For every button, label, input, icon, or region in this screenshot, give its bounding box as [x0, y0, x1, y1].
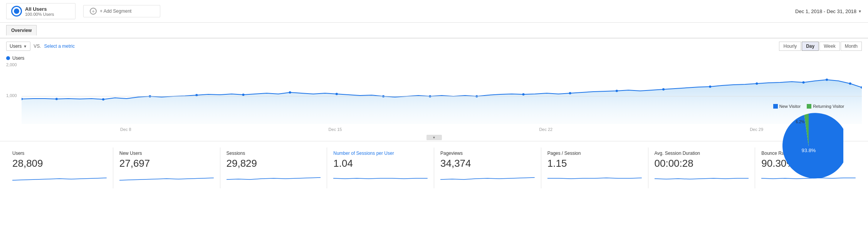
chart-wrapper: 2,000 1,000 — [6, 62, 862, 132]
chart-point — [826, 79, 828, 81]
chart-point — [195, 94, 198, 96]
chart-point — [849, 82, 851, 85]
pie-section: New Visitor Returning Visitor — [759, 104, 859, 181]
stat-value-sessions: 29,829 — [227, 158, 321, 169]
chart-point — [522, 93, 525, 96]
metric-dropdown[interactable]: Users ▼ — [6, 42, 30, 51]
chart-legend: Users — [0, 54, 868, 62]
pie-chart-svg: 93.8% 6.2% — [774, 112, 843, 181]
date-range[interactable]: Dec 1, 2018 - Dec 31, 2018 ▼ — [795, 8, 862, 14]
stat-label-new-users: New Users — [119, 151, 214, 156]
legend-label-users: Users — [12, 55, 24, 61]
stat-sessions: Sessions 29,829 — [220, 147, 327, 188]
stat-users: Users 28,809 — [6, 147, 113, 188]
tabs-bar: Overview — [0, 23, 868, 39]
stat-value-avg-session-duration: 00:00:28 — [655, 158, 749, 169]
segment-icon — [11, 6, 22, 17]
pie-legend-label-returning: Returning Visitor — [813, 104, 844, 109]
metric-label: Users — [10, 44, 22, 49]
stat-value-new-users: 27,697 — [119, 158, 214, 169]
segment-sub: 100.00% Users — [25, 12, 54, 17]
chart-toolbar: Users ▼ VS. Select a metric Hourly Day W… — [0, 39, 868, 54]
vs-label: VS. — [34, 44, 41, 49]
chart-area-fill — [22, 80, 862, 124]
stat-avg-session-duration: Avg. Session Duration 00:00:28 — [648, 147, 756, 188]
x-label-dec8: Dec 8 — [120, 127, 131, 132]
sparkline-sessions-per-user — [333, 173, 428, 184]
chart-point — [616, 90, 618, 92]
stat-value-users: 28,809 — [12, 158, 107, 169]
select-metric-link[interactable]: Select a metric — [44, 44, 75, 49]
pie-label-returning-pct: 6.2% — [796, 120, 805, 124]
stat-label-sessions: Sessions — [227, 151, 321, 156]
sparkline-avg-session-duration — [655, 173, 749, 184]
metric-selector: Users ▼ VS. Select a metric — [6, 42, 75, 51]
segment-info: All Users 100.00% Users — [25, 6, 54, 17]
chart-point — [102, 98, 104, 101]
stat-pages-per-session: Pages / Session 1.15 — [541, 147, 648, 188]
stat-label-users: Users — [12, 151, 107, 156]
chart-container: 2,000 1,000 — [0, 62, 868, 132]
stat-value-pages-per-session: 1.15 — [547, 158, 642, 169]
y-axis-labels: 2,000 1,000 — [6, 62, 20, 132]
stat-label-sessions-per-user[interactable]: Number of Sessions per User — [333, 151, 428, 156]
scroll-indicator[interactable]: ▼ — [426, 135, 442, 140]
stat-pageviews: Pageviews 34,374 — [434, 147, 541, 188]
segment-circle-fill — [14, 8, 19, 14]
time-btn-hourly[interactable]: Hourly — [779, 42, 801, 51]
chart-scroll: ▼ — [0, 135, 868, 140]
pie-label-new-pct: 93.8% — [802, 147, 816, 153]
pie-legend-returning-visitor: Returning Visitor — [807, 104, 844, 109]
x-axis-labels: Dec 8 Dec 15 Dec 22 Dec 29 — [22, 127, 862, 132]
pie-slice-new — [782, 113, 843, 178]
y-label-1000: 1,000 — [6, 93, 17, 98]
pie-legend-color-returning — [807, 104, 811, 109]
stat-new-users: New Users 27,697 — [113, 147, 220, 188]
time-btn-month[interactable]: Month — [841, 42, 862, 51]
time-btn-day[interactable]: Day — [802, 42, 819, 51]
stats-row: Users 28,809 New Users 27,697 Sessions 2… — [0, 141, 868, 194]
sparkline-sessions — [227, 173, 321, 184]
stat-sessions-per-user: Number of Sessions per User 1.04 — [327, 147, 434, 188]
date-range-arrow: ▼ — [858, 9, 862, 13]
segment-area: All Users 100.00% Users + + Add Segment — [6, 3, 160, 19]
chart-svg — [22, 62, 862, 124]
tab-overview[interactable]: Overview — [6, 25, 37, 35]
y-label-2000: 2,000 — [6, 62, 17, 67]
time-btn-week[interactable]: Week — [819, 42, 839, 51]
chart-point — [709, 85, 711, 88]
legend-item-users: Users — [6, 55, 862, 61]
sparkline-users — [12, 173, 107, 184]
chart-point — [289, 91, 291, 94]
stat-label-pages-per-session: Pages / Session — [547, 151, 642, 156]
all-users-segment[interactable]: All Users 100.00% Users — [6, 3, 76, 19]
stat-label-avg-session-duration: Avg. Session Duration — [655, 151, 749, 156]
sparkline-pages-per-session — [547, 173, 642, 184]
x-label-dec22: Dec 22 — [539, 127, 552, 132]
header: All Users 100.00% Users + + Add Segment … — [0, 0, 868, 23]
pie-legend-new-visitor: New Visitor — [773, 104, 801, 109]
pie-legend: New Visitor Returning Visitor — [759, 104, 859, 109]
pie-legend-label-new: New Visitor — [779, 104, 801, 109]
chart-line-svg — [22, 62, 862, 124]
sparkline-new-users — [119, 173, 214, 184]
time-buttons: Hourly Day Week Month — [779, 42, 862, 51]
chart-point — [242, 94, 245, 96]
pie-legend-color-new — [773, 104, 778, 109]
chart-point — [55, 98, 58, 100]
chart-point — [662, 88, 665, 91]
segment-name: All Users — [25, 6, 54, 12]
sparkline-pageviews — [440, 173, 535, 184]
legend-dot-users — [6, 56, 10, 60]
date-range-text: Dec 1, 2018 - Dec 31, 2018 — [795, 8, 856, 14]
chart-point — [803, 81, 805, 84]
stat-value-sessions-per-user: 1.04 — [333, 158, 428, 169]
stat-label-pageviews: Pageviews — [440, 151, 535, 156]
x-label-dec15: Dec 15 — [329, 127, 342, 132]
chart-point — [336, 93, 338, 95]
add-segment-button[interactable]: + + Add Segment — [83, 5, 160, 17]
metric-dropdown-arrow: ▼ — [23, 44, 27, 49]
chart-point — [569, 92, 571, 94]
add-segment-label: + Add Segment — [100, 8, 131, 14]
scroll-arrow: ▼ — [433, 136, 436, 139]
